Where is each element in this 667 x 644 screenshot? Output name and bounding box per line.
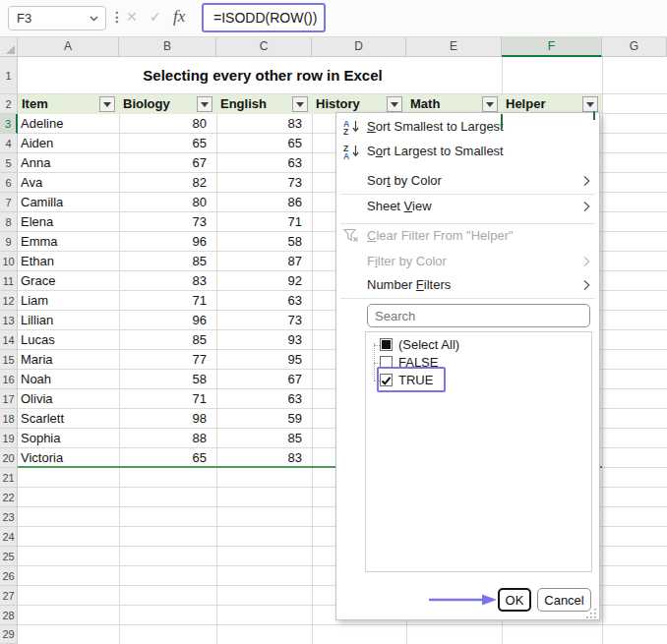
cell-B17[interactable]: 71 xyxy=(119,389,216,409)
cell-C11[interactable]: 92 xyxy=(216,271,312,291)
column-header-E[interactable]: E xyxy=(406,37,502,57)
row-header-8[interactable]: 8 xyxy=(0,212,18,232)
cell-C6[interactable]: 73 xyxy=(216,173,312,193)
row-header-18[interactable]: 18 xyxy=(0,409,18,429)
cell-C13[interactable]: 73 xyxy=(216,311,312,330)
filter-button-english[interactable] xyxy=(292,96,308,112)
cell-B7[interactable]: 80 xyxy=(119,193,216,212)
menu-item-sort-largest-to-smallest[interactable]: ZASort Largest to Smallest xyxy=(336,141,599,162)
cell-A16[interactable]: Noah xyxy=(18,370,119,389)
row-header-2[interactable]: 2 xyxy=(0,94,18,114)
formula-input[interactable]: =ISODD(ROW()) xyxy=(202,3,326,32)
column-header-F[interactable]: F xyxy=(502,37,602,57)
cell-A10[interactable]: Ethan xyxy=(18,252,119,271)
cell-C3[interactable]: 83 xyxy=(216,114,312,134)
cell-A5[interactable]: Anna xyxy=(18,153,119,173)
cell-B9[interactable]: 96 xyxy=(119,232,216,252)
row-header-28[interactable]: 28 xyxy=(0,606,18,625)
row-header-26[interactable]: 26 xyxy=(0,566,18,586)
cell-A12[interactable]: Liam xyxy=(18,291,119,311)
row-header-22[interactable]: 22 xyxy=(0,488,18,507)
menu-item-sort-smallest-to-largest[interactable]: AZSort Smallest to Largest xyxy=(336,116,599,138)
cell-B14[interactable]: 85 xyxy=(119,330,216,350)
cell-A9[interactable]: Emma xyxy=(18,232,119,252)
cell-B19[interactable]: 88 xyxy=(119,429,216,448)
cell-A7[interactable]: Camilla xyxy=(18,193,119,212)
column-header-C[interactable]: C xyxy=(216,37,312,57)
row-header-11[interactable]: 11 xyxy=(0,271,18,291)
column-header-B[interactable]: B xyxy=(119,37,216,57)
row-header-15[interactable]: 15 xyxy=(0,350,18,370)
cell-B20[interactable]: 65 xyxy=(119,448,216,468)
cell-A20[interactable]: Victoria xyxy=(18,448,119,468)
cell-C15[interactable]: 95 xyxy=(216,350,312,370)
column-header-G[interactable]: G xyxy=(602,37,667,57)
row-header-20[interactable]: 20 xyxy=(0,448,18,468)
cell-A15[interactable]: Maria xyxy=(18,350,119,370)
row-header-12[interactable]: 12 xyxy=(0,291,18,311)
row-header-4[interactable]: 4 xyxy=(0,134,18,153)
cell-A11[interactable]: Grace xyxy=(18,271,119,291)
row-header-24[interactable]: 24 xyxy=(0,527,18,547)
cell-C5[interactable]: 63 xyxy=(216,153,312,173)
cell-A18[interactable]: Scarlett xyxy=(18,409,119,429)
menu-item-sheet-view[interactable]: Sheet View xyxy=(336,196,599,217)
row-header-23[interactable]: 23 xyxy=(0,507,18,527)
row-header-16[interactable]: 16 xyxy=(0,370,18,389)
cell-A14[interactable]: Lucas xyxy=(18,330,119,350)
cell-A19[interactable]: Sophia xyxy=(18,429,119,448)
cell-A13[interactable]: Lillian xyxy=(18,311,119,330)
cancel-x-icon[interactable]: ✕ xyxy=(126,9,138,25)
enter-check-icon[interactable]: ✓ xyxy=(150,9,161,25)
cell-B10[interactable]: 85 xyxy=(119,252,216,271)
menu-item-number-filters[interactable]: Number Filters xyxy=(336,274,599,296)
cell-A17[interactable]: Olivia xyxy=(18,389,119,409)
row-header-7[interactable]: 7 xyxy=(0,193,18,212)
insert-function-fx-icon[interactable]: fx xyxy=(173,7,185,27)
cell-B5[interactable]: 67 xyxy=(119,153,216,173)
cell-B8[interactable]: 73 xyxy=(119,212,216,232)
cell-B15[interactable]: 77 xyxy=(119,350,216,370)
cell-C7[interactable]: 86 xyxy=(216,193,312,212)
row-header-3[interactable]: 3 xyxy=(0,114,18,134)
cell-C12[interactable]: 63 xyxy=(216,291,312,311)
row-header-6[interactable]: 6 xyxy=(0,173,18,193)
cell-C8[interactable]: 71 xyxy=(216,212,312,232)
filter-button-helper[interactable] xyxy=(582,96,598,112)
row-header-1[interactable]: 1 xyxy=(0,57,18,94)
filter-button-biology[interactable] xyxy=(197,96,212,112)
cell-C9[interactable]: 58 xyxy=(216,232,312,252)
cell-B6[interactable]: 82 xyxy=(119,173,216,193)
column-header-D[interactable]: D xyxy=(312,37,406,57)
row-header-10[interactable]: 10 xyxy=(0,252,18,271)
row-header-13[interactable]: 13 xyxy=(0,311,18,330)
cell-B12[interactable]: 71 xyxy=(119,291,216,311)
formula-bar-dots-icon[interactable]: ⋮ xyxy=(110,9,124,25)
cell-C4[interactable]: 65 xyxy=(216,134,312,153)
row-header-19[interactable]: 19 xyxy=(0,429,18,448)
menu-item-sort-by-color[interactable]: Sort by Color xyxy=(336,170,599,192)
cell-B4[interactable]: 65 xyxy=(119,134,216,153)
row-header-9[interactable]: 9 xyxy=(0,232,18,252)
row-header-27[interactable]: 27 xyxy=(0,586,18,606)
filter-button-math[interactable] xyxy=(482,96,498,112)
row-header-25[interactable]: 25 xyxy=(0,547,18,566)
select-all-corner[interactable] xyxy=(0,37,18,57)
checkbox-indeterminate[interactable] xyxy=(380,338,393,351)
row-header-5[interactable]: 5 xyxy=(0,153,18,173)
cell-C18[interactable]: 59 xyxy=(216,409,312,429)
cell-C10[interactable]: 87 xyxy=(216,252,312,271)
title-cell[interactable]: Selecting every other row in Excel xyxy=(119,57,406,94)
cell-B3[interactable]: 80 xyxy=(119,114,216,134)
cell-A6[interactable]: Ava xyxy=(18,173,119,193)
filter-button-history[interactable] xyxy=(387,96,402,112)
cell-C19[interactable]: 85 xyxy=(216,429,312,448)
cell-B16[interactable]: 58 xyxy=(119,370,216,389)
cell-A8[interactable]: Elena xyxy=(18,212,119,232)
cell-B11[interactable]: 83 xyxy=(119,271,216,291)
resize-grip[interactable] xyxy=(586,607,596,616)
cell-B13[interactable]: 96 xyxy=(119,311,216,330)
search-input[interactable] xyxy=(367,304,590,327)
cell-C16[interactable]: 67 xyxy=(216,370,312,389)
cell-C14[interactable]: 93 xyxy=(216,330,312,350)
